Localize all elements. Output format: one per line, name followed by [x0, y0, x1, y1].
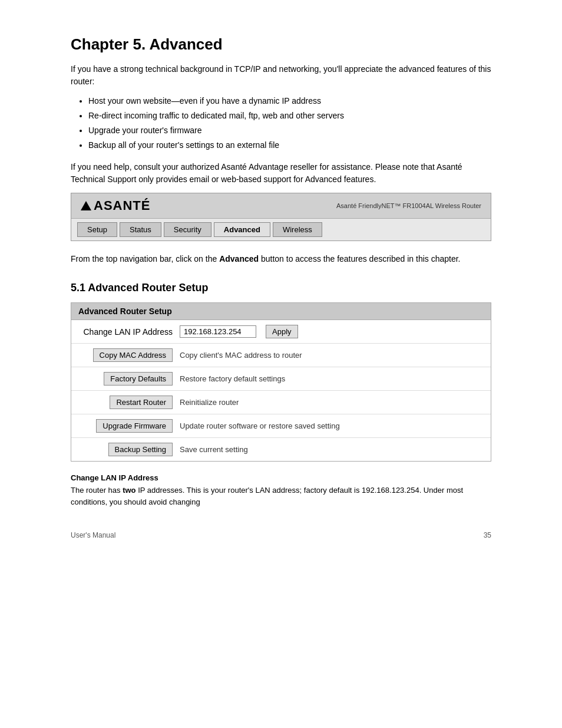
nav-setup-button[interactable]: Setup [77, 222, 117, 237]
bullet-item-1: Host your own website—even if you have a… [88, 95, 491, 107]
restart-router-label-cell: Restart Router [78, 396, 173, 409]
copy-mac-row: Copy MAC Address Copy client's MAC addre… [71, 344, 491, 367]
section-5-1-title: 5.1 Advanced Router Setup [71, 282, 491, 294]
upgrade-firmware-button[interactable]: Upgrade Firmware [96, 419, 173, 433]
factory-defaults-button[interactable]: Factory Defaults [104, 372, 173, 386]
change-lan-section: Change LAN IP Address The router has two… [71, 473, 491, 508]
nav-status-button[interactable]: Status [120, 222, 161, 237]
change-lan-row: Change LAN IP Address Apply [71, 320, 491, 344]
change-lan-section-desc: The router has two IP addresses. This is… [71, 485, 491, 508]
nav-wireless-button[interactable]: Wireless [273, 222, 322, 237]
nav-security-button[interactable]: Security [164, 222, 211, 237]
router-header: ASANTÉ Asanté FriendlyNET™ FR1004AL Wire… [71, 193, 491, 219]
bullet-item-4: Backup all of your router's settings to … [88, 139, 491, 151]
footer-right: 35 [484, 531, 491, 539]
restart-router-row: Restart Router Reinitialize router [71, 391, 491, 414]
router-ui-mockup: ASANTÉ Asanté FriendlyNET™ FR1004AL Wire… [71, 193, 491, 241]
bullet-item-3: Upgrade your router's firmware [88, 124, 491, 137]
bullet-item-2: Re-direct incoming traffic to dedicated … [88, 110, 491, 122]
router-product-name: Asanté FriendlyNET™ FR1004AL Wireless Ro… [336, 202, 481, 209]
factory-defaults-desc: Restore factory default settings [180, 374, 484, 383]
router-logo-text: ASANTÉ [94, 198, 150, 213]
copy-mac-desc: Copy client's MAC address to router [180, 351, 484, 360]
logo-triangle-icon [81, 201, 91, 210]
backup-setting-desc: Save current setting [180, 445, 484, 454]
feature-list: Host your own website—even if you have a… [88, 95, 491, 151]
lan-ip-input[interactable] [180, 325, 256, 338]
copy-mac-button[interactable]: Copy MAC Address [93, 348, 173, 362]
chapter-intro-1: If you have a strong technical backgroun… [71, 63, 491, 88]
router-nav: Setup Status Security Advanced Wireless [71, 219, 491, 241]
change-lan-section-title: Change LAN IP Address [71, 473, 491, 482]
router-logo: ASANTÉ [81, 198, 150, 213]
nav-advanced-button[interactable]: Advanced [214, 222, 270, 237]
upgrade-firmware-row: Upgrade Firmware Update router software … [71, 414, 491, 438]
footer-left: User's Manual [71, 531, 115, 539]
factory-defaults-label-cell: Factory Defaults [78, 372, 173, 386]
copy-mac-label-cell: Copy MAC Address [78, 348, 173, 362]
apply-button[interactable]: Apply [266, 325, 298, 338]
backup-setting-button[interactable]: Backup Setting [108, 443, 173, 456]
backup-setting-label-cell: Backup Setting [78, 443, 173, 456]
advanced-router-setup-table: Advanced Router Setup Change LAN IP Addr… [71, 302, 491, 462]
upgrade-firmware-label-cell: Upgrade Firmware [78, 419, 173, 433]
factory-defaults-row: Factory Defaults Restore factory default… [71, 367, 491, 391]
change-lan-label: Change LAN IP Address [78, 327, 173, 337]
page-footer: User's Manual 35 [71, 531, 491, 539]
nav-note: From the top navigation bar, click on th… [71, 253, 491, 265]
restart-router-button[interactable]: Restart Router [110, 396, 173, 409]
chapter-title: Chapter 5. Advanced [71, 35, 491, 54]
chapter-intro-2: If you need help, consult your authorize… [71, 161, 491, 186]
setup-table-header: Advanced Router Setup [71, 303, 491, 320]
restart-router-desc: Reinitialize router [180, 398, 484, 407]
upgrade-firmware-desc: Update router software or restore saved … [180, 421, 484, 430]
backup-setting-row: Backup Setting Save current setting [71, 438, 491, 461]
